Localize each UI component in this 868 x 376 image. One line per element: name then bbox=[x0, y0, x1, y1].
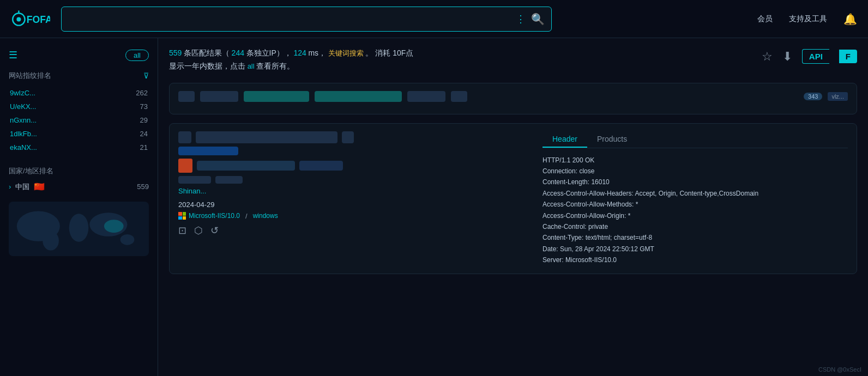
card2-row-thumbs bbox=[178, 159, 534, 173]
code-icon[interactable]: ⊡ bbox=[178, 225, 186, 236]
fp-name: 1dlkFb... bbox=[10, 130, 37, 138]
blur-l3 bbox=[342, 131, 354, 143]
tag-badge[interactable]: vlz... bbox=[828, 92, 848, 101]
results-content: 559 条匹配结果（ 244 条独立IP）， 124 ms， 关键词搜索 。 消… bbox=[158, 38, 868, 376]
blur-2 bbox=[200, 91, 238, 102]
fingerprint-section-title: 网站指纹排名 ⊽ bbox=[9, 71, 149, 81]
filter-row: ☰ all bbox=[9, 49, 149, 61]
fingerprint-item[interactable]: nGxnn... 29 bbox=[9, 113, 149, 127]
content-type: Content-Type: text/html; charset=utf-8 bbox=[542, 232, 848, 243]
blur-l2 bbox=[196, 131, 337, 143]
country-item-china[interactable]: › 中国 🇨🇳 559 bbox=[9, 181, 149, 192]
acao: Access-Control-Allow-Origin: * bbox=[542, 210, 848, 221]
fingerprint-list: 9wIzC... 262 U/eKX... 73 nGxnn... 29 1dl… bbox=[9, 86, 149, 154]
fp-name: ekaNX... bbox=[10, 143, 37, 151]
svg-point-8 bbox=[104, 220, 124, 233]
fp-name: 9wIzC... bbox=[10, 89, 35, 97]
blur-3 bbox=[244, 91, 309, 102]
fingerprint-item[interactable]: 9wIzC... 262 bbox=[9, 86, 149, 100]
keyword-link[interactable]: 关键词搜索 bbox=[328, 49, 364, 57]
fp-count: 29 bbox=[140, 116, 148, 124]
tech-iis-tag[interactable]: Microsoft-IIS/10.0 bbox=[178, 212, 240, 220]
country-section-title: 国家/地区排名 bbox=[9, 166, 149, 176]
header-info-panel: HTTP/1.1 200 OK Connection: close Conten… bbox=[542, 155, 848, 266]
svg-point-1 bbox=[16, 17, 21, 21]
tab-products[interactable]: Products bbox=[587, 131, 637, 148]
cost-text: 。 bbox=[365, 48, 375, 57]
blur-r4b bbox=[215, 176, 243, 184]
ms-text: ms， bbox=[308, 48, 326, 57]
card2-row-ip bbox=[178, 147, 534, 155]
country-count: 559 bbox=[137, 183, 149, 191]
filter-text: 显示一年内数据，点击 bbox=[169, 62, 245, 70]
connection: Connection: close bbox=[542, 166, 848, 177]
logo: FOFA bbox=[11, 5, 50, 33]
server-header: Server: Microsoft-IIS/10.0 bbox=[542, 254, 848, 265]
card2-date: 2024-04-29 bbox=[178, 201, 534, 209]
fp-name: nGxnn... bbox=[10, 116, 37, 124]
sidebar: ☰ all 网站指纹排名 ⊽ 9wIzC... 262 U/eKX... 73 … bbox=[0, 38, 158, 376]
acah: Access-Control-Allow-Headers: Accept, Or… bbox=[542, 188, 848, 199]
card2-right: Header Products HTTP/1.1 200 OK Connecti… bbox=[542, 131, 848, 266]
refresh-icon[interactable]: ↺ bbox=[210, 225, 219, 236]
results-info: 559 条匹配结果（ 244 条独立IP）， 124 ms， 关键词搜索 。 消… bbox=[169, 47, 413, 73]
cache-control: Cache-Control: private bbox=[542, 221, 848, 232]
header-nav: 会员 支持及工具 🔔 bbox=[757, 13, 857, 26]
results-line2: 显示一年内数据，点击 all 查看所有。 bbox=[169, 60, 413, 73]
date-header: Date: Sun, 28 Apr 2024 22:50:12 GMT bbox=[542, 244, 848, 254]
card1-top: 343 vlz... bbox=[178, 91, 848, 102]
filter-icon[interactable]: ☰ bbox=[9, 49, 17, 61]
card2-content-row: Shinan... 2024-04-29 Microsoft-IIS/10.0 bbox=[178, 131, 848, 266]
search-button[interactable]: 🔍 bbox=[531, 13, 545, 26]
card2-icons: ⊡ ⬡ ↺ bbox=[178, 225, 534, 236]
fp-count: 73 bbox=[140, 102, 148, 111]
tools-link[interactable]: 支持及工具 bbox=[789, 14, 827, 24]
http-status: HTTP/1.1 200 OK bbox=[542, 155, 848, 166]
cube-icon[interactable]: ⬡ bbox=[194, 225, 203, 236]
tab-header[interactable]: Header bbox=[542, 131, 587, 148]
svg-point-9 bbox=[43, 231, 59, 251]
blur-title bbox=[197, 161, 295, 171]
fp-count: 24 bbox=[140, 130, 148, 138]
active-tab-pill[interactable]: F bbox=[839, 50, 857, 63]
main-content: ☰ all 网站指纹排名 ⊽ 9wIzC... 262 U/eKX... 73 … bbox=[0, 38, 868, 376]
dots-icon[interactable]: ⋮ bbox=[516, 13, 526, 25]
location-link[interactable]: Shinan... bbox=[178, 187, 206, 195]
fingerprint-title-text: 网站指纹排名 bbox=[9, 71, 51, 81]
notification-bell[interactable]: 🔔 bbox=[843, 13, 857, 26]
search-input[interactable]: icon_hash="2001627082" bbox=[68, 14, 516, 24]
slash: / bbox=[245, 212, 248, 220]
member-link[interactable]: 会员 bbox=[757, 14, 773, 24]
card2-row1 bbox=[178, 131, 534, 143]
result-card-1: 343 vlz... bbox=[169, 83, 857, 114]
fingerprint-item[interactable]: ekaNX... 21 bbox=[9, 141, 149, 154]
line1-ip-text: 条独立IP）， bbox=[246, 48, 292, 57]
blur-r4 bbox=[178, 176, 211, 184]
content-length: Content-Length: 16010 bbox=[542, 177, 848, 187]
os-tag[interactable]: windows bbox=[253, 212, 278, 220]
results-actions: ☆ ⬇ API F bbox=[762, 49, 857, 64]
world-map bbox=[9, 202, 149, 256]
all-link[interactable]: all bbox=[248, 62, 255, 70]
fingerprint-item[interactable]: 1dlkFb... 24 bbox=[9, 127, 149, 141]
results-line1: 559 条匹配结果（ 244 条独立IP）， 124 ms， 关键词搜索 。 消… bbox=[169, 47, 413, 60]
result-card-2: Shinan... 2024-04-29 Microsoft-IIS/10.0 bbox=[169, 123, 857, 274]
blur-4 bbox=[315, 91, 402, 102]
count-badge: 343 bbox=[804, 93, 822, 100]
header: FOFA icon_hash="2001627082" ⋮ 🔍 会员 支持及工具… bbox=[0, 0, 868, 38]
svg-point-10 bbox=[120, 234, 135, 245]
all-badge[interactable]: all bbox=[125, 50, 149, 61]
card2-row4 bbox=[178, 176, 534, 184]
ip-count: 244 bbox=[232, 48, 244, 57]
download-icon[interactable]: ⬇ bbox=[782, 50, 792, 64]
star-icon[interactable]: ☆ bbox=[762, 50, 773, 64]
fingerprint-item[interactable]: U/eKX... 73 bbox=[9, 100, 149, 113]
icon-thumb bbox=[178, 159, 192, 173]
blur-l1 bbox=[178, 131, 191, 143]
funnel-icon[interactable]: ⊽ bbox=[143, 71, 149, 80]
blur-ip bbox=[178, 147, 238, 155]
chevron-icon: › bbox=[9, 183, 11, 191]
line1-pre: 条匹配结果（ bbox=[184, 48, 230, 57]
api-button[interactable]: API bbox=[802, 49, 829, 64]
time-ms: 124 bbox=[293, 48, 306, 57]
